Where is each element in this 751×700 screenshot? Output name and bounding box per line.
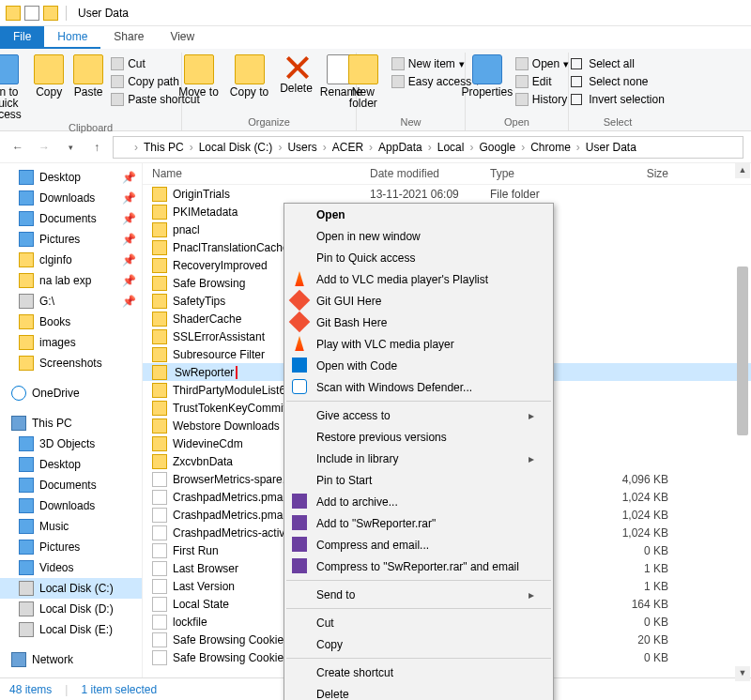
tree-nalab[interactable]: na lab exp📌: [0, 270, 142, 291]
ctx-pin-quick[interactable]: Pin to Quick access: [284, 247, 553, 268]
up-button[interactable]: ↑: [86, 137, 107, 158]
tree-onedrive[interactable]: OneDrive: [0, 383, 142, 403]
back-button[interactable]: ←: [8, 137, 28, 158]
edit-button[interactable]: Edit: [515, 74, 569, 89]
open-button[interactable]: Open ▾: [515, 56, 569, 71]
tree-localdisk-e[interactable]: Local Disk (E:): [0, 619, 142, 640]
ctx-vlc-playlist[interactable]: Add to VLC media player's Playlist: [284, 268, 553, 290]
select-none-button[interactable]: Select none: [571, 74, 665, 89]
tree-screenshots[interactable]: Screenshots: [0, 353, 142, 373]
tree-documents[interactable]: Documents📌: [0, 208, 142, 229]
tree-localdisk-d[interactable]: Local Disk (D:): [0, 599, 142, 619]
scroll-down-button[interactable]: ▼: [735, 666, 750, 681]
ctx-copy[interactable]: Copy: [284, 633, 553, 655]
bc-c[interactable]: Local Disk (C:): [197, 141, 275, 154]
ctx-send-to[interactable]: Send to▸: [284, 584, 553, 605]
ctx-add-archive[interactable]: Add to archive...: [284, 491, 553, 512]
ctx-pin-start[interactable]: Pin to Start: [284, 469, 553, 491]
ctx-give-access[interactable]: Give access to▸: [284, 404, 553, 426]
properties-button[interactable]: Properties: [465, 54, 510, 98]
ctx-open-new-window[interactable]: Open in new window: [284, 225, 553, 247]
ctx-open[interactable]: Open: [284, 204, 553, 225]
tree-pictures2[interactable]: Pictures: [0, 537, 142, 557]
bc-appdata[interactable]: AppData: [376, 141, 424, 154]
paste-button[interactable]: Paste: [71, 54, 105, 98]
ctx-create-shortcut[interactable]: Create shortcut: [284, 662, 553, 683]
qat-newfolder-icon[interactable]: [43, 6, 58, 21]
tab-view[interactable]: View: [157, 26, 207, 49]
bc-acer[interactable]: ACER: [330, 141, 365, 154]
tree-network[interactable]: Network: [0, 649, 142, 670]
breadcrumb[interactable]: › This PC› Local Disk (C:)› Users› ACER›…: [113, 136, 743, 159]
ctx-include-library[interactable]: Include in library▸: [284, 448, 553, 469]
tab-home[interactable]: Home: [44, 26, 100, 49]
invert-selection-button[interactable]: Invert selection: [571, 92, 665, 107]
ctx-restore[interactable]: Restore previous versions: [284, 426, 553, 448]
select-all-button[interactable]: Select all: [571, 56, 665, 71]
ctx-add-rar[interactable]: Add to "SwReporter.rar": [284, 512, 553, 534]
col-size[interactable]: Size: [593, 167, 678, 180]
copyto-icon: [235, 54, 265, 84]
vertical-scrollbar[interactable]: ▲ ▼: [735, 163, 750, 681]
tree-videos[interactable]: Videos: [0, 557, 142, 578]
tree-images[interactable]: images: [0, 332, 142, 353]
column-headers[interactable]: Name Date modified Type Size: [143, 163, 751, 185]
bc-local[interactable]: Local: [436, 141, 467, 154]
move-to-button[interactable]: Move to: [176, 54, 222, 98]
bc-users[interactable]: Users: [285, 141, 318, 154]
organize-group-label: Organize: [188, 114, 350, 130]
tab-share[interactable]: Share: [100, 26, 157, 49]
tab-file[interactable]: File: [0, 26, 44, 49]
tree-music[interactable]: Music: [0, 516, 142, 537]
ctx-git-bash[interactable]: Git Bash Here: [284, 312, 553, 333]
ctx-git-gui[interactable]: Git GUI Here: [284, 290, 553, 312]
bc-google[interactable]: Google: [477, 141, 517, 154]
tree-3dobjects[interactable]: 3D Objects: [0, 434, 142, 454]
recent-button[interactable]: ▾: [60, 137, 81, 158]
tree-pictures[interactable]: Pictures📌: [0, 229, 142, 250]
forward-button[interactable]: →: [34, 137, 54, 158]
copy-button[interactable]: Copy: [32, 54, 66, 98]
tree-clginfo[interactable]: clginfo📌: [0, 250, 142, 270]
history-button[interactable]: History: [515, 92, 569, 107]
pin-quick-access-button[interactable]: Pin to Quick access: [0, 54, 26, 120]
ctx-compress-rar-email[interactable]: Compress to "SwReporter.rar" and email: [284, 555, 553, 577]
easy-access-icon: [391, 75, 405, 88]
qat-properties-icon[interactable]: [24, 6, 39, 21]
new-folder-button[interactable]: New folder: [341, 54, 386, 109]
nav-tree[interactable]: Desktop📌 Downloads📌 Documents📌 Pictures📌…: [0, 163, 143, 681]
tree-downloads[interactable]: Downloads📌: [0, 188, 142, 208]
ctx-vlc-play[interactable]: Play with VLC media player: [284, 333, 553, 355]
defender-icon: [292, 379, 307, 394]
file-row[interactable]: OriginTrials 13-11-2021 06:09 File folde…: [143, 185, 751, 203]
delete-button[interactable]: Delete: [278, 54, 315, 94]
vlc-icon: [292, 271, 307, 286]
tree-localdisk-c[interactable]: Local Disk (C:): [0, 578, 142, 599]
bc-userdata[interactable]: User Data: [584, 141, 638, 154]
file-icon: [152, 472, 167, 487]
bc-chrome[interactable]: Chrome: [529, 141, 573, 154]
file-icon: [152, 597, 167, 612]
ctx-delete[interactable]: Delete: [284, 683, 553, 700]
tree-g[interactable]: G:\📌: [0, 291, 142, 312]
tree-thispc[interactable]: This PC: [0, 413, 142, 434]
col-date[interactable]: Date modified: [370, 167, 490, 180]
copy-to-button[interactable]: Copy to: [227, 54, 272, 98]
select-none-icon: [571, 76, 582, 87]
invert-icon: [571, 94, 582, 105]
tree-documents2[interactable]: Documents: [0, 475, 142, 495]
col-type[interactable]: Type: [490, 167, 593, 180]
tree-desktop2[interactable]: Desktop: [0, 454, 142, 475]
tree-books[interactable]: Books: [0, 312, 142, 332]
col-name[interactable]: Name: [152, 167, 370, 180]
scroll-up-button[interactable]: ▲: [735, 163, 750, 178]
bc-thispc[interactable]: This PC: [142, 141, 186, 154]
tree-downloads2[interactable]: Downloads: [0, 495, 142, 516]
ctx-compress-email[interactable]: Compress and email...: [284, 534, 553, 555]
file-size: 1 KB: [593, 562, 678, 575]
ctx-cut[interactable]: Cut: [284, 612, 553, 633]
ctx-vscode[interactable]: Open with Code: [284, 355, 553, 376]
scroll-thumb[interactable]: [737, 266, 748, 435]
ctx-defender[interactable]: Scan with Windows Defender...: [284, 376, 553, 398]
tree-desktop[interactable]: Desktop📌: [0, 167, 142, 188]
